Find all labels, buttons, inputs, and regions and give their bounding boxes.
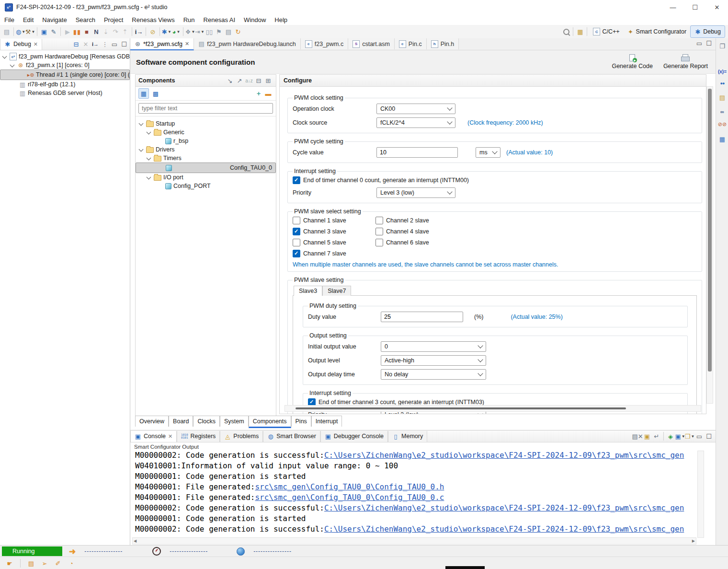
scroll-left-arrow-icon[interactable]: ◀ [133,539,136,543]
remove-component-icon[interactable]: ▬ [263,89,273,98]
menu-file[interactable]: File [0,16,19,23]
component-filter-input[interactable] [138,103,273,114]
menu-renesas-ai[interactable]: Renesas AI [199,16,240,23]
view-by-component-toggle[interactable]: ▦ [138,88,149,99]
run-launch-icon[interactable]: ◕▼ [171,27,181,36]
channel-7-checkbox[interactable] [293,250,300,257]
refresh-icon[interactable]: ↻ [233,27,243,36]
debug-launch-icon[interactable]: ✱▼ [162,27,171,36]
operation-clock-select[interactable]: CK00 [376,104,455,114]
inttm00-checkbox[interactable] [293,176,300,184]
console-vscrollbar[interactable] [697,451,704,538]
collapse-all-icon[interactable]: ⊟ [71,39,81,49]
close-tab-icon[interactable]: ✕ [185,41,189,47]
view-menu-icon[interactable]: ⋮ [100,39,110,49]
configure-vscrollbar[interactable] [706,86,713,404]
console-link[interactable]: C:\Users\ZichenWang\e2_studio\workspace\… [324,524,684,534]
perspective-cpp[interactable]: C C/C++ [589,28,623,35]
maximize-editor-icon[interactable]: ☐ [704,38,714,48]
tab-board[interactable]: Board [169,416,193,427]
debug-tree-row-thread[interactable]: ▸⊛ Thread #1 1 (single core) [core: 0] (… [0,70,130,80]
tree-item-startup[interactable]: Startup [136,119,276,128]
channel-6-checkbox[interactable] [375,239,383,246]
tab-problems[interactable]: ◬ Problems [220,431,263,442]
build-icon[interactable]: ⚒▼ [25,27,35,36]
add-component-icon[interactable]: ＋ [254,89,263,98]
menu-navigate[interactable]: Navigate [38,16,71,23]
maximize-console-icon[interactable]: ☐ [704,431,714,441]
tab-registers[interactable]: 10100101 Registers [177,431,220,442]
tab-slave3[interactable]: Slave3 [294,286,322,296]
report-tool-icon[interactable]: ▤ [224,27,233,36]
channel-3-checkbox[interactable] [293,228,300,235]
step-return-icon[interactable]: ⇡ [120,27,130,36]
hand-pen-icon[interactable]: ☛ [5,558,14,568]
channel-4-slave-checkbox-row[interactable]: Channel 4 slave [375,228,529,235]
step-instruction-icon[interactable]: i→ [134,27,144,36]
breakpoints-icon[interactable]: ●● [720,81,725,86]
channel-2-slave-checkbox-row[interactable]: Channel 2 slave [375,217,529,224]
debug-browser-icon[interactable]: ◍▼ [16,27,25,36]
priority-select[interactable]: Level 3 (low) [376,187,455,198]
output-level-select[interactable]: Active-high [381,355,486,366]
word-wrap-icon[interactable]: ↵ [652,431,661,441]
menu-renesas-views[interactable]: Renesas Views [127,16,179,23]
collapse-all-icon[interactable]: ⊟ [254,76,263,85]
pin-console-icon[interactable]: ◈ [666,431,675,441]
menu-window[interactable]: Window [239,16,270,23]
tree-item-r-bsp[interactable]: r_bsp [136,137,276,145]
hscroll-thumb[interactable] [296,407,626,409]
tab-console[interactable]: ▣ Console ✕ [130,431,177,442]
close-debug-tab-icon[interactable]: ✕ [34,41,38,47]
tab-pins[interactable]: Pins [291,416,311,427]
minimize-editor-icon[interactable]: ▭ [694,38,704,48]
tab-f23-pwm-scfg[interactable]: ⊛ *f23_pwm.scfg ✕ [130,38,194,50]
clock-face-icon[interactable]: ◔ [67,558,76,568]
console-hscrollbar[interactable]: ◀ ▶ [132,537,696,545]
open-perspective-icon[interactable]: ▦ [575,27,585,36]
io-registers-icon[interactable]: ▦ [717,134,727,144]
generate-code-button[interactable]: ▶ Generate Code [612,54,652,70]
perspective-debug[interactable]: ✱ Debug [690,25,725,38]
twistie-icon[interactable] [147,174,151,179]
search-icon[interactable] [561,27,571,36]
suspend-icon[interactable]: ▮▮ [72,27,82,36]
channel-6-slave-checkbox-row[interactable]: Channel 6 slave [375,239,529,246]
maximize-view-icon[interactable]: ☐ [119,39,129,49]
minimize-window-button[interactable]: — [662,0,684,14]
generate-report-button[interactable]: Generate Report [663,54,708,70]
menu-project[interactable]: Project [100,16,127,23]
tree-item-generic[interactable]: Generic [136,128,276,137]
channel-1-checkbox[interactable] [293,217,300,224]
menu-run[interactable]: Run [179,16,199,23]
channel-7-slave-checkbox-row[interactable]: Channel 7 slave [293,250,375,257]
menu-help[interactable]: Help [270,16,292,23]
tree-item-drivers[interactable]: Drivers [136,145,276,154]
resume-icon[interactable]: ▶ [63,27,72,36]
tutorial-icon[interactable]: ➢ [40,558,49,568]
clock-source-select[interactable]: fCLK/2^4 [376,117,455,128]
tab-cstart-asm[interactable]: S cstart.asm [348,38,395,49]
tab-interrupt[interactable]: Interrupt [311,416,342,427]
variables-icon[interactable]: (x)= [718,69,727,74]
scroll-right-arrow-icon[interactable]: ▶ [692,539,696,543]
trace-icon[interactable]: ⇥▼ [195,27,205,36]
maximize-window-button[interactable]: ☐ [684,0,706,14]
expand-all-icon[interactable]: ⊞ [263,76,273,85]
tab-smart-browser[interactable]: ◍ Smart Browser [263,431,320,442]
twistie-icon[interactable] [2,54,7,58]
tab-overview[interactable]: Overview [135,416,169,427]
debug-tree-row-server[interactable]: ▥ Renesas GDB server (Host) [0,89,130,97]
close-window-button[interactable]: ✕ [706,0,728,14]
debug-tree-row-core[interactable]: ⊛ f23_pwm.x [1] [cores: 0] [0,61,130,70]
tree-item-timers[interactable]: Timers [136,154,276,163]
tab-components[interactable]: Components [249,416,291,428]
clear-console-icon[interactable]: ▤✕ [633,431,642,441]
profile-icon[interactable]: ❖▼ [185,27,195,36]
close-console-tab-icon[interactable]: ✕ [168,433,172,440]
tab-clocks[interactable]: Clocks [193,416,220,427]
tab-memory[interactable]: ▯ Memory [388,431,427,442]
tab-f23-pwm-c[interactable]: c f23_pwm.c [301,38,348,49]
skip-breakpoints-icon[interactable]: ⊘ [148,27,158,36]
step-into-icon[interactable]: ⇣ [101,27,111,36]
